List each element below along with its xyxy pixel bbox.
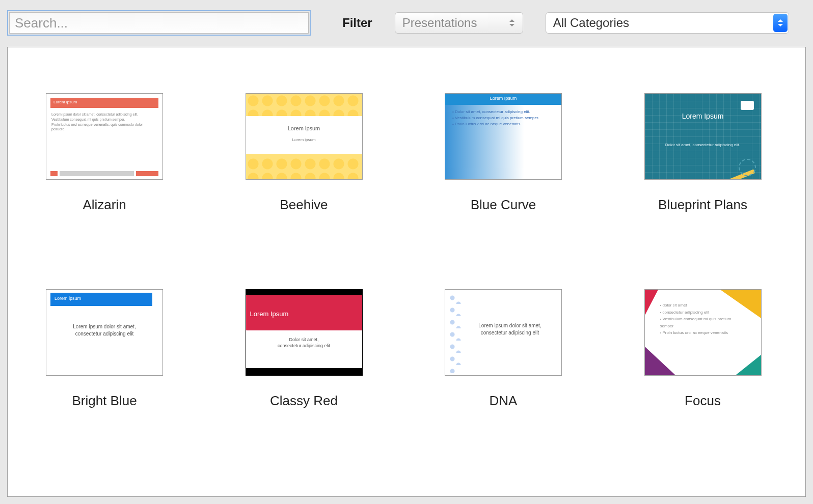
slide-body: Lorem ipsum dolor sit amet, consectetur …: [46, 323, 162, 338]
search-input[interactable]: [9, 12, 309, 34]
template-gallery: Lorem ipsum Lorem ipsum dolor sit amet, …: [7, 47, 806, 497]
slide-title: Lorem ipsum: [50, 293, 152, 306]
template-grid: Lorem ipsum Lorem ipsum dolor sit amet, …: [38, 93, 775, 409]
filter-label: Filter: [342, 16, 372, 30]
template-label: Blueprint Plans: [637, 197, 769, 213]
template-label: Beehive: [238, 197, 370, 213]
slide-title: Lorem Ipsum: [645, 112, 761, 120]
template-thumbnail: Lorem ipsum dolor sit amet, consectetur …: [445, 289, 562, 376]
template-label: Classy Red: [238, 393, 370, 409]
slide-body: Lorem ipsum dolor sit amet, consectetur …: [51, 112, 157, 132]
slide-subtitle: Lorem ipsum: [246, 137, 362, 142]
toolbar: Filter Presentations All Categories: [0, 0, 813, 46]
template-tile-dna[interactable]: Lorem ipsum dolor sit amet, consectetur …: [437, 289, 570, 409]
template-tile-focus[interactable]: dolor sit amet consectetur adipiscing el…: [637, 289, 769, 409]
slide-title: Lorem Ipsum: [445, 94, 561, 105]
updown-icon: [504, 15, 520, 31]
template-label: Blue Curve: [437, 197, 570, 213]
template-label: DNA: [437, 393, 570, 409]
template-thumbnail: Lorem Ipsum Dolor sit amet, consectetur …: [445, 93, 562, 180]
template-thumbnail: Lorem ipsum Lorem ipsum dolor sit amet, …: [46, 93, 163, 180]
template-label: Focus: [637, 393, 769, 409]
slide-title: Lorem ipsum: [246, 125, 362, 131]
template-gallery-scroll[interactable]: Lorem ipsum Lorem ipsum dolor sit amet, …: [8, 47, 805, 496]
gear-icon: [739, 159, 756, 176]
slide-body: Dolor sit amet, consectetur adipiscing e…: [246, 337, 362, 349]
slide-body: dolor sit amet consectetur adipiscing el…: [660, 302, 736, 337]
template-tile-alizarin[interactable]: Lorem ipsum Lorem ipsum dolor sit amet, …: [38, 93, 171, 213]
slide-title: Lorem ipsum: [50, 98, 158, 108]
template-tile-bluecurve[interactable]: Lorem Ipsum Dolor sit amet, consectetur …: [437, 93, 570, 213]
note-icon: [741, 101, 754, 110]
template-tile-beehive[interactable]: Lorem ipsum Lorem ipsum Beehive: [238, 93, 370, 213]
filter-category-value: All Categories: [553, 16, 629, 30]
template-tile-brightblue[interactable]: Lorem ipsum Lorem ipsum dolor sit amet, …: [38, 289, 171, 409]
template-tile-classyred[interactable]: Lorem Ipsum Dolor sit amet, consectetur …: [238, 289, 370, 409]
template-thumbnail: dolor sit amet consectetur adipiscing el…: [644, 289, 762, 376]
updown-icon: [773, 14, 788, 32]
template-label: Bright Blue: [38, 393, 171, 409]
filter-type-select[interactable]: Presentations: [395, 12, 523, 34]
slide-subtitle: Dolor sit amet, consectetur adipiscing e…: [645, 143, 761, 147]
template-thumbnail: Lorem Ipsum Dolor sit amet, consectetur …: [246, 289, 363, 376]
template-thumbnail: Lorem ipsum Lorem ipsum dolor sit amet, …: [46, 289, 163, 376]
filter-category-select[interactable]: All Categories: [546, 12, 789, 34]
slide-body: Lorem ipsum dolor sit amet, consectetur …: [466, 322, 554, 337]
filter-type-value: Presentations: [402, 16, 477, 30]
template-tile-blueprint[interactable]: Lorem Ipsum Dolor sit amet, consectetur …: [637, 93, 769, 213]
template-label: Alizarin: [38, 197, 171, 213]
slide-body: Dolor sit amet, consectetur adipiscing e…: [452, 109, 556, 127]
template-thumbnail: Lorem Ipsum Dolor sit amet, consectetur …: [644, 93, 762, 180]
template-thumbnail: Lorem ipsum Lorem ipsum: [246, 93, 363, 180]
slide-title: Lorem Ipsum: [246, 295, 362, 330]
